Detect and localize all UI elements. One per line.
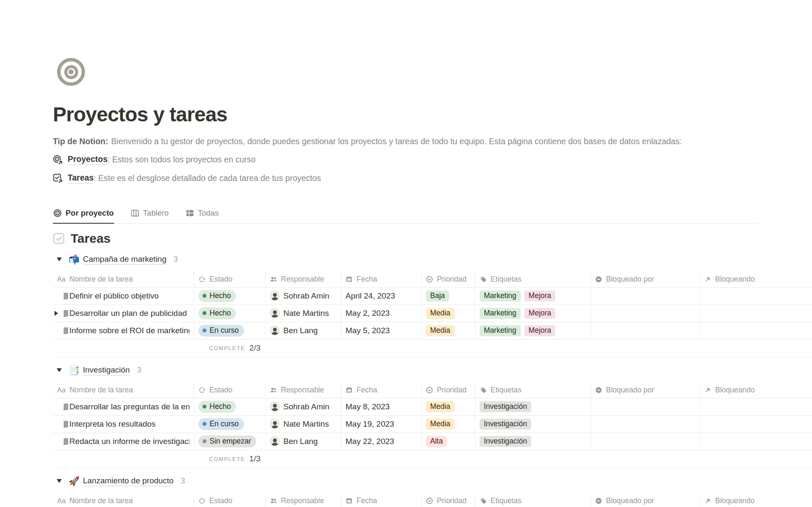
blocked-by-cell[interactable]: [591, 416, 700, 433]
column-header-fecha[interactable]: Fecha: [341, 493, 422, 507]
date-cell[interactable]: May 22, 2023: [341, 433, 422, 450]
column-header-bloqueando[interactable]: Bloqueando: [700, 272, 812, 288]
page-link-proyectos[interactable]: Proyectos: [68, 154, 107, 165]
assignee-cell[interactable]: Sohrab Amin: [266, 288, 341, 305]
blocked-by-cell[interactable]: [591, 305, 700, 322]
group-collapse-toggle-icon[interactable]: [57, 479, 62, 483]
priority-cell[interactable]: Media: [422, 416, 475, 433]
column-header-prioridad[interactable]: Prioridad: [422, 383, 475, 398]
priority-pill[interactable]: Alta: [426, 436, 447, 447]
assignee-cell[interactable]: Nate Martins: [266, 305, 341, 322]
tag-pill-investigacion[interactable]: Investigación: [480, 401, 531, 412]
task-name[interactable]: Desarrollar las preguntas de la encuesta: [69, 402, 189, 411]
task-name-cell[interactable]: Informe sobre el ROI de marketing: [53, 322, 194, 340]
tags-cell[interactable]: Investigación: [475, 398, 591, 416]
group-name[interactable]: Investigación: [83, 365, 130, 375]
bookmark-tabs-emoji[interactable]: 📑: [69, 366, 80, 375]
tag-pill-investigacion[interactable]: Investigación: [480, 436, 531, 447]
row-expand-toggle-icon[interactable]: [55, 311, 58, 316]
blocking-cell[interactable]: [700, 305, 812, 322]
blocked-by-cell[interactable]: [591, 288, 700, 305]
date-cell[interactable]: May 5, 2023: [341, 322, 422, 340]
status-cell[interactable]: Hecho: [194, 398, 266, 416]
tag-pill-marketing[interactable]: Marketing: [480, 325, 521, 336]
group-name[interactable]: Lanzamiento de producto: [83, 476, 173, 486]
priority-pill[interactable]: Media: [426, 308, 455, 319]
task-name[interactable]: Interpreta los resultados: [69, 419, 156, 429]
tag-pill-mejora[interactable]: Mejora: [524, 325, 556, 336]
column-header-prioridad[interactable]: Prioridad: [422, 272, 475, 288]
tag-pill-mejora[interactable]: Mejora: [524, 290, 556, 301]
blocking-cell[interactable]: [700, 322, 812, 340]
column-header-fecha[interactable]: Fecha: [341, 272, 422, 288]
task-name-cell[interactable]: Definir el público objetivo: [53, 288, 194, 305]
tags-cell[interactable]: MarketingMejora: [475, 322, 591, 340]
status-cell[interactable]: Sin empezar: [194, 433, 266, 450]
blocking-cell[interactable]: [700, 398, 812, 416]
task-name[interactable]: Informe sobre el ROI de marketing: [69, 326, 189, 335]
column-header-etiquetas[interactable]: Etiquetas: [475, 493, 591, 507]
column-header-estado[interactable]: Estado: [194, 493, 266, 507]
person-chip[interactable]: Ben Lang: [270, 326, 318, 335]
tag-pill-marketing[interactable]: Marketing: [480, 308, 521, 319]
tab-todas[interactable]: Todas: [185, 208, 219, 223]
tag-pill-marketing[interactable]: Marketing: [480, 290, 521, 301]
status-pill[interactable]: Hecho: [198, 307, 236, 319]
priority-cell[interactable]: Media: [422, 398, 475, 416]
tag-pill-investigacion[interactable]: Investigación: [480, 419, 531, 430]
aggregate-complete[interactable]: COMPLETE 2/3: [194, 340, 266, 357]
column-header-bloqueando[interactable]: Bloqueando: [700, 493, 812, 507]
bullseye-page-icon[interactable]: [57, 58, 85, 86]
group-collapse-toggle-icon[interactable]: [57, 258, 62, 261]
rocket-emoji[interactable]: 🚀: [69, 477, 80, 485]
column-header-responsable[interactable]: Responsable: [266, 272, 341, 288]
column-header-bloqueado-por[interactable]: Bloqueado por: [591, 272, 700, 288]
column-header-fecha[interactable]: Fecha: [341, 383, 422, 398]
column-header-nombre-de-la-tarea[interactable]: Aa Nombre de la tarea: [53, 383, 194, 398]
column-header-bloqueando[interactable]: Bloqueando: [700, 383, 812, 398]
blocked-by-cell[interactable]: [591, 398, 700, 416]
status-cell[interactable]: Hecho: [194, 288, 266, 305]
date-cell[interactable]: May 8, 2023: [341, 398, 422, 416]
column-header-prioridad[interactable]: Prioridad: [422, 493, 475, 507]
blocked-by-cell[interactable]: [591, 322, 700, 340]
group-name[interactable]: Campaña de marketing: [83, 255, 167, 265]
status-pill[interactable]: Hecho: [198, 401, 236, 413]
column-header-responsable[interactable]: Responsable: [266, 493, 341, 507]
priority-cell[interactable]: Media: [422, 322, 475, 340]
status-cell[interactable]: En curso: [194, 416, 266, 433]
task-name[interactable]: Desarrollar un plan de publicidad: [69, 309, 187, 318]
person-chip[interactable]: Sohrab Amin: [270, 402, 329, 411]
tags-cell[interactable]: MarketingMejora: [475, 305, 591, 322]
column-header-bloqueado-por[interactable]: Bloqueado por: [591, 493, 700, 507]
column-header-nombre-de-la-tarea[interactable]: Aa Nombre de la tarea: [53, 272, 194, 288]
column-header-etiquetas[interactable]: Etiquetas: [475, 272, 591, 288]
tags-cell[interactable]: MarketingMejora: [475, 288, 591, 305]
column-header-estado[interactable]: Estado: [194, 272, 266, 288]
tags-cell[interactable]: Investigación: [475, 416, 591, 433]
blocking-cell[interactable]: [700, 288, 812, 305]
column-header-estado[interactable]: Estado: [194, 383, 266, 398]
priority-pill[interactable]: Media: [426, 325, 455, 336]
status-cell[interactable]: Hecho: [194, 305, 266, 322]
person-chip[interactable]: Nate Martins: [270, 419, 329, 429]
assignee-cell[interactable]: Sohrab Amin: [266, 398, 341, 416]
priority-cell[interactable]: Media: [422, 305, 475, 322]
task-name-cell[interactable]: Desarrollar un plan de publicidad: [53, 305, 194, 322]
task-name[interactable]: Redacta un informe de investigación: [69, 437, 189, 446]
group-collapse-toggle-icon[interactable]: [57, 368, 62, 372]
column-header-responsable[interactable]: Responsable: [266, 383, 341, 398]
status-pill[interactable]: Sin empezar: [198, 436, 256, 447]
task-name[interactable]: Definir el público objetivo: [69, 291, 159, 301]
task-name-cell[interactable]: Interpreta los resultados: [53, 416, 194, 433]
date-cell[interactable]: May 19, 2023: [341, 416, 422, 433]
status-pill[interactable]: En curso: [198, 418, 244, 430]
blocked-by-cell[interactable]: [591, 433, 700, 450]
blocking-cell[interactable]: [700, 433, 812, 450]
date-cell[interactable]: May 2, 2023: [341, 305, 422, 322]
priority-cell[interactable]: Baja: [422, 288, 475, 305]
tag-pill-mejora[interactable]: Mejora: [524, 308, 556, 319]
assignee-cell[interactable]: Nate Martins: [266, 416, 341, 433]
assignee-cell[interactable]: Ben Lang: [266, 322, 341, 340]
page-title[interactable]: Proyectos y tareas: [53, 103, 812, 126]
